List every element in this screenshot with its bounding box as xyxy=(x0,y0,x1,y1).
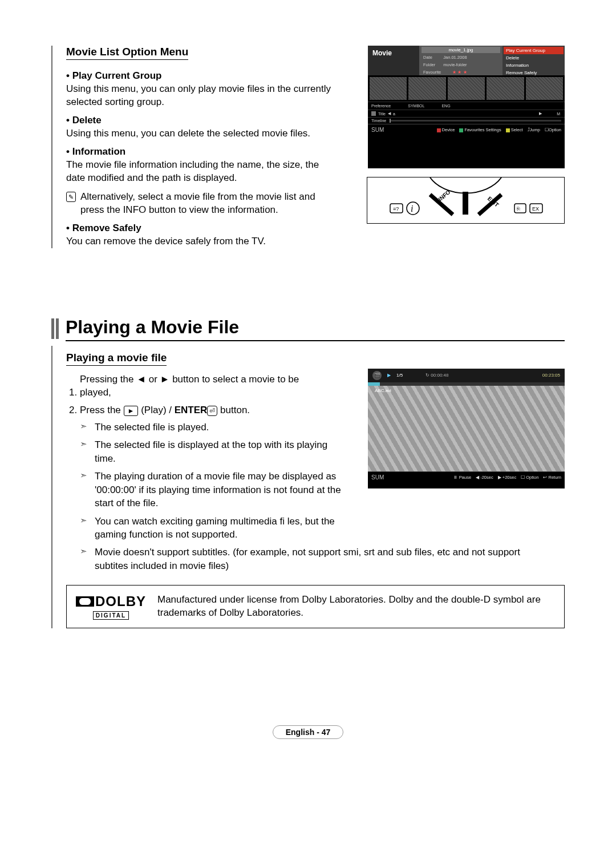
media-mode-icon: 🎬 xyxy=(372,371,382,380)
video-canvas: ABC.avi xyxy=(368,386,565,471)
step-1-text: Pressing the ◄ or ► button to select a m… xyxy=(80,373,331,399)
svg-text:i: i xyxy=(411,204,413,213)
meta-date-val: Jan.01.2008 xyxy=(443,54,467,60)
svg-rect-5 xyxy=(514,204,526,213)
opt-play-current-group-body: Using this menu, you can only play movie… xyxy=(66,83,334,109)
symbol-label: SYMBOL xyxy=(408,104,424,108)
title-bar-label: Title xyxy=(378,112,386,116)
play-elapsed: 00:00:48 xyxy=(431,373,448,378)
substep-1: The selected file is played. xyxy=(80,421,346,434)
dolby-brand-text: DOLBY xyxy=(95,593,146,609)
section-heading-row: Playing a Movie File xyxy=(51,317,565,341)
play-button-icon: ► xyxy=(124,406,139,416)
context-options-panel: Play Current Group Delete Information Re… xyxy=(502,46,565,75)
legend-option: Option xyxy=(549,127,561,132)
play-index: 1/5 xyxy=(396,373,403,378)
sum-label: SUM xyxy=(371,127,384,133)
svg-text:EX: EX xyxy=(532,206,539,212)
movie-thumb[interactable] xyxy=(448,77,485,100)
dolby-logo: DOLBY DIGITAL xyxy=(76,593,146,620)
option-menu-title: Movie List Option Menu xyxy=(66,46,188,60)
meta-fav-label: Favourite xyxy=(423,69,441,75)
meta-fav-val: ★ ★ ★ xyxy=(443,69,467,75)
playing-movie-subtitle: Playing a movie file xyxy=(66,352,167,366)
dolby-license-text: Manufactured under license from Dolby La… xyxy=(157,593,555,620)
svg-text:⎘: ⎘ xyxy=(517,206,520,212)
ctx-opt-play-current-group[interactable]: Play Current Group xyxy=(504,47,564,54)
dolby-digital-text: DIGITAL xyxy=(93,611,129,620)
legend-jump: Jump xyxy=(530,127,540,132)
play-state-icon: ▶ xyxy=(387,373,391,378)
legend-fav: Favourites Settings xyxy=(464,127,501,132)
meta-date-label: Date xyxy=(423,54,441,60)
ctx-opt-information[interactable]: Information xyxy=(504,62,564,69)
movie-thumb[interactable] xyxy=(487,77,524,100)
title-left-arrow-icon[interactable]: ◀ xyxy=(388,111,391,116)
substep-3: The playing duration of a movie file may… xyxy=(80,470,346,510)
movie-thumb[interactable] xyxy=(408,77,445,100)
step-2-text-a: Press the xyxy=(80,405,124,415)
remote-buttons-diagram: INFO EXIT ≡? i ⎘ EX xyxy=(367,177,565,224)
ctx-opt-delete[interactable]: Delete xyxy=(504,54,564,62)
info-note-row: ✎ Alternatively, select a movie file fro… xyxy=(66,191,334,217)
substep-2: The selected file is displayed at the to… xyxy=(80,438,346,465)
legend-pause: Pause xyxy=(459,475,471,480)
movie-list-option-menu-section: Movie List Option Menu Play Current Grou… xyxy=(51,46,565,248)
meta-folder-val: movie-folder xyxy=(443,62,467,68)
player-sum-label: SUM xyxy=(371,474,384,480)
opt-information-body: The movie file information including the… xyxy=(66,159,334,185)
step-2-text-c: button. xyxy=(217,405,250,415)
title-right-arrow-icon[interactable]: ▶ xyxy=(539,111,542,116)
enter-button-label: ENTER xyxy=(175,405,208,415)
movie-thumb[interactable] xyxy=(370,77,407,100)
step-2-text-b: (Play) / xyxy=(138,405,174,415)
pref-label: Preference xyxy=(371,104,391,108)
opt-delete-body: Using this menu, you can delete the sele… xyxy=(66,127,334,140)
tv-screenshot-player: 🎬 ▶ 1/5 ↻ 00:00:48 00:23:05 ABC.avi SUM … xyxy=(368,369,565,488)
tv-screenshot-movie-list: Movie movie_1.jpg DateJan.01.2008 Folder… xyxy=(368,46,565,168)
title-bar-icon xyxy=(371,111,376,116)
legend-return: Return xyxy=(548,475,561,480)
legend-select: Select xyxy=(511,127,523,132)
substep-4: You can watch exciting gaming multimedia… xyxy=(80,515,346,542)
legend-device: Device xyxy=(442,127,455,132)
video-filename: ABC.avi xyxy=(375,388,391,393)
opt-remove-safely-body: You can remove the device safely from th… xyxy=(66,235,334,248)
legend-bar: SUM Device Favourites Settings Select ⤴J… xyxy=(368,124,565,135)
legend-back20: -20sec xyxy=(480,475,493,480)
page-footer: English - 47 xyxy=(51,725,565,739)
movie-thumb[interactable] xyxy=(526,77,563,100)
legend-option2: Option xyxy=(526,475,538,480)
eng-label: ENG xyxy=(441,104,450,108)
heading-accent-bars xyxy=(51,318,59,339)
title-a-marker: a xyxy=(393,112,395,116)
title-m-marker: M xyxy=(557,112,560,116)
timeline-track[interactable] xyxy=(390,120,561,122)
app-title: Movie xyxy=(368,46,419,75)
svg-text:≡?: ≡? xyxy=(393,206,399,212)
substep-5: Movie doesn't support subtitles. (for ex… xyxy=(80,546,528,572)
timeline-label: Timeline xyxy=(371,119,386,123)
enter-button-icon: ⏎ xyxy=(207,406,217,416)
dolby-notice-box: DOLBY DIGITAL Manufactured under license… xyxy=(66,585,565,628)
meta-folder-label: Folder xyxy=(423,62,441,68)
thumbnail-strip xyxy=(368,75,565,102)
play-total: 00:23:05 xyxy=(542,373,560,378)
playing-movie-file-section: Playing a movie file Pressing the ◄ or ►… xyxy=(51,346,565,629)
page-number-pill: English - 47 xyxy=(273,725,344,739)
player-legend-bar: SUM ⏸ Pause ◀ -20sec ▶ +20sec ☐ Option ↩… xyxy=(368,471,565,483)
note-icon: ✎ xyxy=(66,192,76,202)
legend-fwd20: +20sec xyxy=(502,475,516,480)
playing-movie-file-heading: Playing a Movie File xyxy=(66,317,565,341)
ctx-opt-remove-safely[interactable]: Remove Safely xyxy=(504,69,564,76)
info-note-text: Alternatively, select a movie file from … xyxy=(80,191,334,217)
filename-label: movie_1.jpg xyxy=(422,47,500,53)
